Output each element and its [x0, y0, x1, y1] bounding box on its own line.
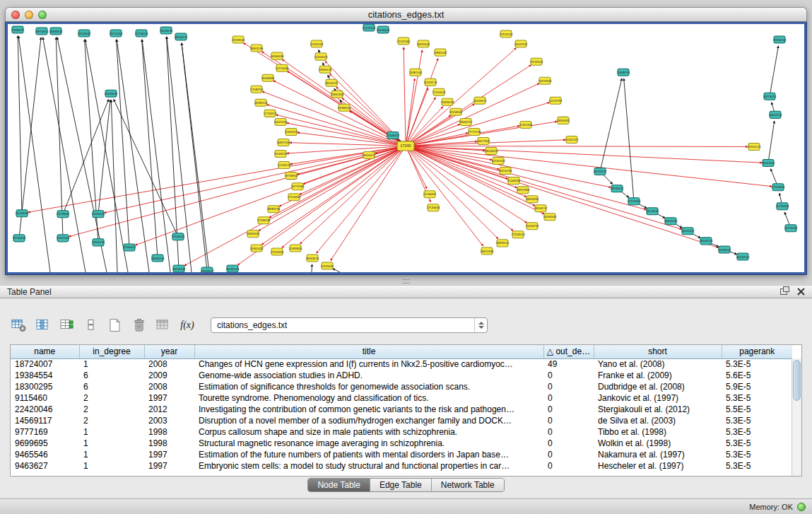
column-header-pagerank[interactable]: pagerank — [722, 345, 792, 358]
network-node[interactable]: 25206090 — [16, 210, 29, 217]
network-node[interactable]: 23118544 — [232, 36, 245, 43]
network-node[interactable]: 17726916 — [264, 110, 277, 117]
network-node[interactable]: 16895832 — [526, 196, 539, 203]
network-node[interactable]: 18441020 — [664, 218, 678, 225]
network-node[interactable]: 18289128 — [254, 99, 268, 106]
table-row[interactable]: 1938455462009Genome-wide association stu… — [11, 370, 792, 381]
network-node[interactable]: 19448794 — [617, 69, 630, 76]
network-node[interactable]: 15356229 — [285, 128, 298, 135]
network-node[interactable]: 15955124 — [748, 143, 761, 150]
network-node[interactable]: 18304216 — [700, 238, 713, 245]
network-node[interactable]: 18320212 — [363, 152, 376, 159]
network-node[interactable]: 18504721 — [325, 79, 339, 86]
table-row[interactable]: 911546021997Tourette syndrome. Phenomeno… — [11, 392, 792, 404]
table-row[interactable]: 1872400712008Changes of HCN gene express… — [11, 358, 792, 370]
network-node[interactable]: 19733104 — [13, 235, 26, 242]
network-node[interactable]: 17913940 — [628, 198, 641, 205]
window-titlebar[interactable]: citations_edges.txt — [5, 7, 807, 22]
network-node[interactable]: 15054732 — [526, 223, 539, 230]
network-node[interactable]: 19086053 — [338, 104, 351, 111]
network-node[interactable]: 19324157 — [201, 267, 214, 272]
show-columns-icon[interactable] — [34, 316, 52, 334]
edit-table-icon[interactable] — [58, 316, 76, 334]
network-node[interactable]: 15193562 — [57, 211, 70, 218]
network-node[interactable]: 17161624 — [433, 88, 446, 95]
network-node[interactable]: 16981140 — [409, 69, 423, 76]
network-node[interactable]: 18957864 — [517, 187, 530, 194]
network-node[interactable]: 17724014 — [135, 30, 148, 37]
delete-table-icon[interactable] — [130, 316, 148, 334]
network-node[interactable]: 12214908 — [276, 64, 289, 71]
zoom-window-button[interactable] — [38, 11, 47, 19]
network-node[interactable]: 19245012 — [718, 246, 731, 253]
network-node[interactable]: 16793197 — [594, 168, 607, 175]
function-builder-icon[interactable]: f(x) — [178, 316, 196, 334]
network-node[interactable]: 15826032 — [441, 98, 454, 105]
table-row[interactable]: 2242004622012Investigating the contribut… — [11, 404, 792, 415]
network-node[interactable]: 17772138 — [468, 128, 481, 135]
table-row[interactable]: 977716911998Corpus callosum shape and si… — [11, 426, 792, 438]
close-window-button[interactable] — [11, 11, 20, 19]
network-node[interactable]: 17590354 — [271, 248, 284, 255]
table-row[interactable]: 1830029562008Estimation of significance … — [11, 381, 792, 392]
network-node[interactable]: 18663752 — [459, 118, 473, 125]
network-node[interactable]: 19830128 — [319, 66, 332, 73]
network-node[interactable]: 18044424 — [485, 147, 498, 154]
network-node[interactable]: 19336271 — [11, 26, 25, 33]
network-canvas[interactable]: 1724023118544188012361634405812214908181… — [8, 24, 804, 272]
network-node[interactable]: 14850831 — [557, 117, 570, 124]
network-node[interactable]: 19734902 — [285, 173, 298, 180]
network-node[interactable]: 18130424 — [377, 26, 390, 33]
network-node[interactable]: 22261024 — [310, 40, 324, 47]
network-node[interactable]: 17306521 — [172, 233, 185, 240]
tab-node-table[interactable]: Node Table — [308, 479, 370, 491]
network-node[interactable]: 17284538 — [257, 217, 271, 224]
network-node[interactable]: 20021008 — [274, 118, 288, 125]
network-node[interactable]: 10974343 — [539, 77, 552, 84]
network-node[interactable]: 16775368 — [291, 183, 305, 190]
network-node[interactable]: 18304254 — [151, 255, 165, 262]
minimize-window-button[interactable] — [25, 11, 33, 19]
network-node[interactable]: 19169259 — [274, 151, 288, 158]
network-node[interactable]: 17390412 — [123, 244, 136, 251]
network-node[interactable]: 20024510 — [736, 253, 750, 260]
table-settings-icon[interactable] — [10, 316, 28, 334]
network-node[interactable]: 20245103 — [226, 265, 240, 272]
network-node[interactable]: 17135278 — [278, 162, 291, 169]
column-header-name[interactable]: name — [11, 345, 79, 358]
network-node[interactable]: 18304570 — [306, 255, 319, 262]
network-node[interactable]: 18184896 — [261, 74, 275, 81]
network-node[interactable]: 18273414 — [763, 93, 777, 100]
network-node[interactable]: 16774249 — [784, 225, 798, 232]
close-panel-icon[interactable] — [797, 288, 805, 296]
network-node[interactable]: 20633046 — [105, 90, 118, 97]
network-node[interactable]: 19731504 — [530, 58, 543, 65]
network-node[interactable]: 16021952 — [514, 40, 528, 47]
scrollbar-thumb[interactable] — [793, 360, 801, 401]
column-header-title[interactable]: title — [194, 345, 543, 358]
network-node[interactable]: 15905135 — [92, 239, 105, 246]
split-pane-grip[interactable] — [402, 279, 410, 284]
tab-network-table[interactable]: Network Table — [432, 479, 504, 491]
network-node[interactable]: 14452156 — [769, 111, 782, 118]
network-node[interactable]: 16096342 — [543, 214, 557, 221]
network-node[interactable]: 16914310 — [35, 28, 49, 35]
network-node[interactable]: 15369824 — [289, 245, 302, 252]
network-node[interactable]: 11626412 — [387, 132, 400, 139]
table-row[interactable]: 946554611997Estimation of the future num… — [11, 449, 792, 460]
network-node[interactable]: 18985736 — [267, 206, 281, 213]
network-node[interactable]: 18466542 — [49, 28, 63, 35]
network-node[interactable]: 16915236 — [499, 168, 512, 175]
network-node[interactable]: 11321646 — [519, 121, 533, 128]
network-node[interactable]: 16093445 — [172, 265, 186, 272]
network-node[interactable]: 19124031 — [646, 208, 659, 215]
network-node[interactable]: 17134404 — [427, 204, 440, 211]
network-node[interactable]: 20801404 — [331, 90, 344, 98]
network-node[interactable]: 17203454 — [772, 184, 785, 191]
network-node[interactable]: 19524514 — [160, 27, 173, 34]
network-node[interactable]: 32161924 — [492, 158, 505, 165]
network-node[interactable]: 19558942 — [449, 108, 463, 115]
network-node[interactable]: 15904132 — [92, 211, 105, 218]
new-table-icon[interactable] — [106, 316, 124, 334]
network-node[interactable]: 15901354 — [57, 235, 70, 242]
